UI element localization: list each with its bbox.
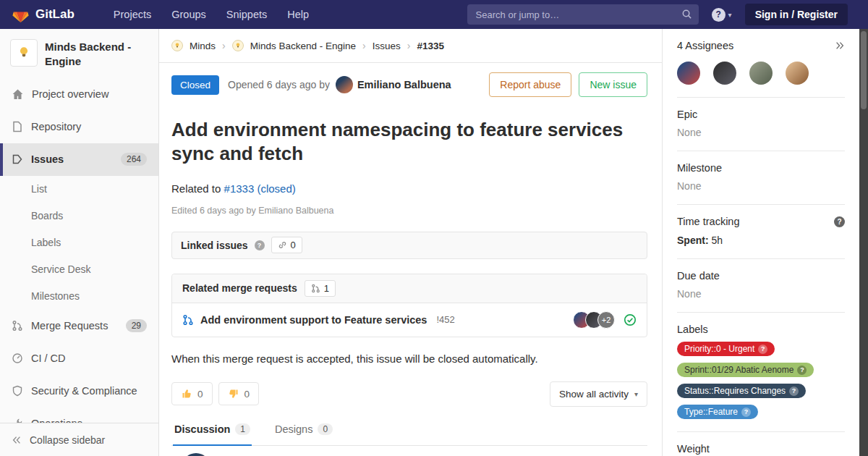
- help-icon: ?: [712, 8, 726, 22]
- sidebar-item-merge-requests[interactable]: Merge Requests 29: [0, 310, 158, 342]
- help-menu[interactable]: ? ▾: [712, 8, 732, 22]
- weight-title: Weight: [677, 443, 710, 455]
- page-scrollbar[interactable]: [859, 29, 868, 456]
- awards-bar: 0 0 Show all activity ▾: [171, 381, 647, 407]
- sidebar-label: Repository: [31, 121, 81, 132]
- nav-projects[interactable]: Projects: [114, 9, 151, 20]
- label-sprint[interactable]: Sprint::01/29 Abatic Aenome?: [677, 363, 814, 377]
- milestone-title: Milestone: [677, 162, 722, 174]
- weight-section: Weight 2: [677, 432, 845, 456]
- assignees-section: 4 Assignees: [677, 29, 845, 98]
- author-link[interactable]: Emiliano Balbuena: [357, 79, 451, 90]
- related-mrs-title: Related merge requests: [182, 282, 297, 294]
- sidebar-label: Merge Requests: [31, 320, 108, 332]
- assignee-avatar[interactable]: [786, 62, 809, 85]
- due-date-value: None: [677, 288, 845, 300]
- edited-line: Edited 6 days ago by Emiliano Balbuena: [171, 206, 647, 216]
- sidebar-item-security-compliance[interactable]: Security & Compliance: [0, 375, 158, 408]
- due-date-title: Due date: [677, 270, 720, 282]
- sidebar-item-ci-cd[interactable]: CI / CD: [0, 342, 158, 375]
- comment-author-avatar[interactable]: [182, 453, 210, 456]
- collapse-sidebar-label: Collapse sidebar: [30, 434, 105, 446]
- help-icon: ?: [797, 366, 807, 375]
- labels-title: Labels: [677, 324, 708, 335]
- sidebar-item-repository[interactable]: Repository: [0, 111, 158, 143]
- sidebar-label: Security & Compliance: [31, 385, 137, 397]
- due-date-section: Due date None: [677, 259, 845, 313]
- gitlab-home-link[interactable]: GitLab: [12, 6, 75, 23]
- sidebar-item-milestones[interactable]: Milestones: [0, 283, 158, 310]
- related-issue-link[interactable]: #1333 (closed): [224, 182, 296, 195]
- chevron-right-icon: ›: [362, 40, 366, 51]
- assignee-avatar[interactable]: [713, 62, 736, 85]
- scrollbar-thumb[interactable]: [861, 31, 867, 109]
- collapse-sidebar-button[interactable]: Collapse sidebar: [0, 423, 158, 456]
- label-text: Priority::0 - Urgent: [684, 344, 754, 354]
- linked-issues-widget: Linked issues ? 0: [171, 232, 647, 259]
- thumbs-down-button[interactable]: 0: [218, 382, 260, 405]
- sidebar-item-service-desk[interactable]: Service Desk: [0, 256, 158, 283]
- chevron-double-right-icon[interactable]: [835, 41, 845, 51]
- breadcrumb-issues[interactable]: Issues: [373, 41, 401, 51]
- search-icon: [681, 9, 692, 22]
- sidebar-item-boards[interactable]: Boards: [0, 203, 158, 229]
- label-text: Sprint::01/29 Abatic Aenome: [684, 365, 793, 375]
- mr-count-badge: 29: [126, 319, 147, 332]
- report-abuse-button[interactable]: Report abuse: [489, 72, 571, 97]
- project-avatar: [10, 39, 38, 67]
- sign-in-button[interactable]: Sign in / Register: [745, 4, 848, 25]
- epic-section: Epic None: [677, 98, 845, 151]
- breadcrumb-project[interactable]: Minds Backend - Engine: [250, 41, 356, 51]
- merge-request-icon: [12, 320, 23, 332]
- time-spent: Spent: 5h: [677, 235, 845, 246]
- ci-cd-icon: [12, 352, 23, 364]
- issue-tabs: Discussion 1 Designs 0: [171, 419, 647, 446]
- merge-request-title-link[interactable]: Add environment support to Feature servi…: [200, 314, 427, 326]
- chevron-right-icon: ›: [222, 40, 226, 51]
- chevron-right-icon: ›: [407, 40, 411, 51]
- linked-issues-count[interactable]: 0: [271, 237, 302, 253]
- sidebar-item-project-overview[interactable]: Project overview: [0, 78, 158, 111]
- sidebar-label: Project overview: [32, 88, 109, 100]
- sidebar-item-labels[interactable]: Labels: [0, 229, 158, 256]
- label-priority[interactable]: Priority::0 - Urgent?: [677, 342, 775, 356]
- nav-groups[interactable]: Groups: [171, 9, 206, 20]
- show-all-activity-label: Show all activity: [559, 389, 629, 400]
- project-sidebar: Minds Backend - Engine Project overview …: [0, 29, 159, 456]
- new-issue-button[interactable]: New issue: [579, 72, 647, 97]
- nav-snippets[interactable]: Snippets: [226, 9, 267, 20]
- tab-designs[interactable]: Designs 0: [273, 419, 334, 445]
- primary-nav: Projects Groups Snippets Help: [103, 9, 319, 20]
- link-icon: [278, 240, 287, 250]
- label-type[interactable]: Type::Feature?: [677, 405, 758, 419]
- issue-status-bar: Closed Opened 6 days ago by Emiliano Bal…: [171, 71, 647, 98]
- global-search[interactable]: [467, 4, 699, 25]
- epic-title: Epic: [677, 109, 697, 120]
- merge-request-row[interactable]: Add environment support to Feature servi…: [172, 303, 647, 337]
- document-icon: [12, 121, 23, 132]
- tab-discussion[interactable]: Discussion 1: [173, 419, 252, 446]
- project-avatar-small: [232, 40, 244, 51]
- mr-extra-assignees-badge[interactable]: +2: [597, 311, 615, 329]
- milestone-value: None: [677, 180, 845, 192]
- breadcrumb-group[interactable]: Minds: [190, 41, 216, 51]
- search-input[interactable]: [467, 4, 699, 25]
- nav-help[interactable]: Help: [287, 9, 309, 20]
- labels-section: Labels Priority::0 - Urgent? Sprint::01/…: [677, 313, 845, 432]
- show-all-activity-dropdown[interactable]: Show all activity ▾: [550, 381, 647, 407]
- help-icon[interactable]: ?: [834, 216, 845, 227]
- label-status[interactable]: Status::Requires Changes?: [677, 384, 806, 398]
- assignee-avatar[interactable]: [749, 62, 773, 85]
- sidebar-item-issues[interactable]: Issues 264: [0, 143, 158, 176]
- help-icon[interactable]: ?: [255, 240, 265, 250]
- sidebar-item-list[interactable]: List: [0, 176, 158, 203]
- assignee-avatar[interactable]: [677, 62, 700, 85]
- merge-request-icon: [182, 314, 194, 326]
- milestone-section: Milestone None: [677, 151, 845, 205]
- thumbs-up-button[interactable]: 0: [171, 382, 213, 405]
- project-context-header[interactable]: Minds Backend - Engine: [0, 29, 158, 78]
- group-avatar: [171, 40, 183, 51]
- author-avatar[interactable]: [336, 76, 353, 93]
- help-icon: ?: [741, 408, 751, 417]
- assignees-title: 4 Assignees: [677, 40, 733, 51]
